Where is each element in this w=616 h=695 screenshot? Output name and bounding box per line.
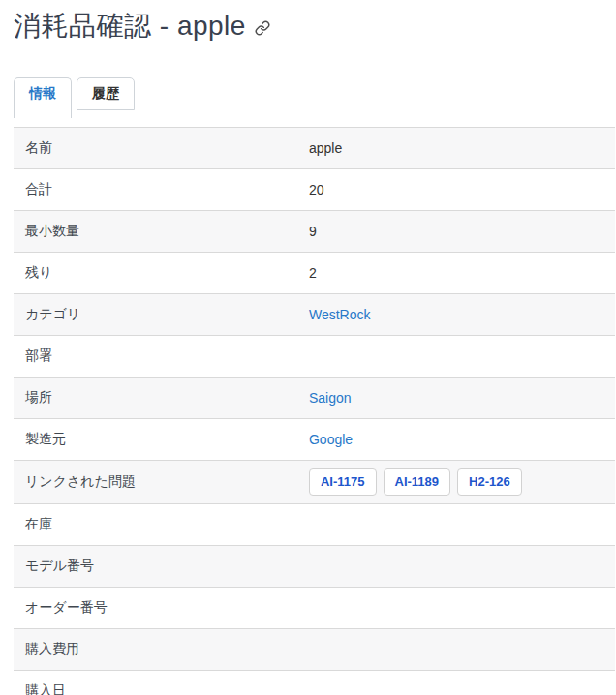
details-table-body: 名前apple合計20最小数量9残り2カテゴリWestRock部署場所Saigo… bbox=[14, 128, 615, 695]
table-row: 名前apple bbox=[14, 128, 615, 169]
row-value: 20 bbox=[299, 169, 615, 211]
issue-badge[interactable]: H2-126 bbox=[457, 468, 522, 496]
table-row: モデル番号 bbox=[14, 545, 615, 587]
row-value bbox=[299, 628, 615, 670]
row-label: 最小数量 bbox=[14, 211, 299, 253]
tab-bar: 情報 履歴 bbox=[14, 77, 615, 118]
value-link[interactable]: Saigon bbox=[309, 390, 352, 406]
table-row: 場所Saigon bbox=[14, 378, 615, 419]
tab-info[interactable]: 情報 bbox=[14, 77, 72, 118]
table-row: 残り2 bbox=[14, 253, 615, 294]
row-label: 場所 bbox=[14, 378, 299, 419]
issue-badge[interactable]: AI-1189 bbox=[384, 468, 451, 496]
row-label: 合計 bbox=[14, 169, 299, 211]
table-row: 部署 bbox=[14, 336, 615, 378]
link-icon[interactable] bbox=[255, 20, 270, 36]
table-row: 製造元Google bbox=[14, 419, 615, 461]
table-row: 最小数量9 bbox=[14, 211, 615, 253]
table-row: 合計20 bbox=[14, 169, 615, 211]
row-label: 名前 bbox=[14, 128, 299, 169]
row-value: 9 bbox=[299, 211, 615, 253]
row-label: 残り bbox=[14, 253, 299, 294]
table-row: カテゴリWestRock bbox=[14, 294, 615, 336]
row-value: Google bbox=[299, 419, 615, 461]
page-title-text: 消耗品確認 - apple bbox=[14, 11, 246, 41]
value-link[interactable]: WestRock bbox=[309, 307, 371, 322]
row-label: 部署 bbox=[14, 336, 299, 378]
row-value bbox=[299, 336, 615, 378]
table-row: リンクされた問題AI-1175AI-1189H2-126 bbox=[14, 461, 615, 504]
row-value: Saigon bbox=[299, 378, 615, 419]
tab-history[interactable]: 履歴 bbox=[77, 77, 135, 110]
page-container: 消耗品確認 - apple 情報 履歴 名前apple合計20最小数量9残り2カ… bbox=[0, 0, 616, 695]
table-row: 在庫 bbox=[14, 503, 615, 545]
row-label: オーダー番号 bbox=[14, 587, 299, 628]
page-title: 消耗品確認 - apple bbox=[14, 10, 615, 43]
row-value bbox=[299, 670, 615, 695]
row-value bbox=[299, 587, 615, 628]
row-value bbox=[299, 503, 615, 545]
row-label: 製造元 bbox=[14, 419, 299, 461]
row-label: カテゴリ bbox=[14, 294, 299, 336]
row-value bbox=[299, 545, 615, 587]
table-row: 購入費用 bbox=[14, 628, 615, 670]
row-value: apple bbox=[299, 128, 615, 169]
details-table: 名前apple合計20最小数量9残り2カテゴリWestRock部署場所Saigo… bbox=[14, 127, 615, 695]
value-link[interactable]: Google bbox=[309, 432, 353, 447]
row-value: AI-1175AI-1189H2-126 bbox=[299, 461, 615, 504]
row-label: 購入費用 bbox=[14, 628, 299, 670]
row-label: モデル番号 bbox=[14, 545, 299, 587]
table-row: 購入日 bbox=[14, 670, 615, 695]
row-value: 2 bbox=[299, 253, 615, 294]
issue-badge[interactable]: AI-1175 bbox=[309, 468, 377, 496]
row-label: 在庫 bbox=[14, 503, 299, 545]
row-label: 購入日 bbox=[14, 670, 299, 695]
table-row: オーダー番号 bbox=[14, 587, 615, 628]
row-value: WestRock bbox=[299, 294, 615, 336]
row-label: リンクされた問題 bbox=[14, 461, 299, 504]
